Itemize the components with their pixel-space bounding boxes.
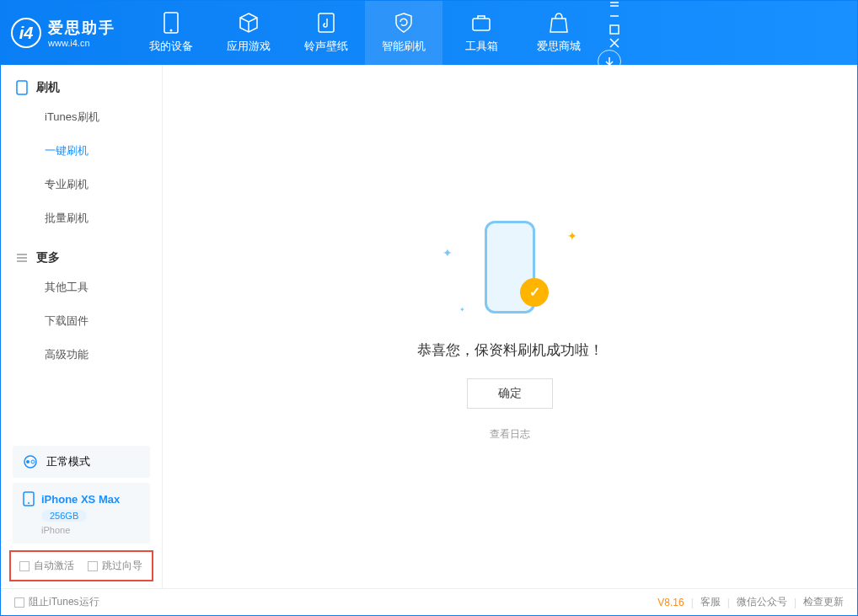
- device-name: iPhone XS Max: [41, 493, 120, 506]
- minimize-button[interactable]: [608, 9, 621, 23]
- sidebar-section-more: 更多: [1, 250, 162, 271]
- briefcase-icon: [470, 12, 492, 34]
- device-icon: [160, 12, 182, 34]
- success-message: 恭喜您，保资料刷机成功啦！: [417, 340, 603, 360]
- device-phone-icon: [23, 491, 35, 506]
- version-label: V8.16: [657, 597, 684, 608]
- mode-icon: [23, 454, 38, 469]
- app-url: www.i4.cn: [48, 38, 115, 48]
- music-file-icon: [315, 12, 337, 34]
- device-type: iPhone: [41, 525, 70, 535]
- phone-icon: [16, 80, 28, 95]
- nav-smart-flash[interactable]: 智能刷机: [365, 1, 442, 65]
- wechat-link[interactable]: 微信公众号: [737, 595, 787, 609]
- ok-button[interactable]: 确定: [467, 378, 553, 409]
- sidebar-other-tools[interactable]: 其他工具: [1, 271, 162, 304]
- sidebar: 刷机 iTunes刷机 一键刷机 专业刷机 批量刷机 更多 其他工具 下载固件 …: [1, 65, 163, 588]
- shield-refresh-icon: [393, 12, 415, 34]
- success-illustration: ✦ ✦ ✦ ✓: [434, 212, 586, 322]
- sparkle-icon: ✦: [442, 246, 453, 260]
- status-bar: 阻止iTunes运行 V8.16 | 客服 | 微信公众号 | 检查更新: [1, 588, 857, 615]
- svg-point-12: [28, 502, 29, 504]
- maximize-button[interactable]: [608, 23, 621, 36]
- cube-icon: [238, 12, 260, 34]
- sidebar-pro-flash[interactable]: 专业刷机: [1, 168, 162, 201]
- nav-toolbox[interactable]: 工具箱: [442, 1, 520, 65]
- list-icon: [16, 252, 28, 264]
- mode-box[interactable]: 正常模式: [13, 446, 150, 478]
- svg-point-10: [31, 460, 35, 463]
- main-nav: 我的设备 应用游戏 铃声壁纸 智能刷机 工具箱 爱思商城: [132, 1, 598, 65]
- highlighted-options: 自动激活 跳过向导: [9, 550, 153, 581]
- svg-point-1: [170, 29, 173, 32]
- block-itunes-checkbox[interactable]: 阻止iTunes运行: [14, 595, 99, 609]
- skip-guide-checkbox[interactable]: 跳过向导: [88, 559, 142, 573]
- title-bar: i4 爱思助手 www.i4.cn 我的设备 应用游戏 铃声壁纸 智能刷机: [1, 1, 857, 65]
- support-link[interactable]: 客服: [700, 595, 721, 609]
- close-button[interactable]: [608, 36, 621, 50]
- nav-apps[interactable]: 应用游戏: [210, 1, 287, 65]
- svg-rect-2: [319, 13, 334, 32]
- app-name: 爱思助手: [48, 18, 115, 38]
- nav-my-device[interactable]: 我的设备: [132, 1, 210, 65]
- sidebar-batch-flash[interactable]: 批量刷机: [1, 201, 162, 235]
- sparkle-icon: ✦: [567, 229, 577, 243]
- sidebar-itunes-flash[interactable]: iTunes刷机: [1, 100, 162, 134]
- svg-rect-5: [610, 25, 619, 34]
- check-badge-icon: ✓: [520, 278, 549, 307]
- sidebar-download-firmware[interactable]: 下载固件: [1, 304, 162, 338]
- nav-ringtones[interactable]: 铃声壁纸: [287, 1, 365, 65]
- svg-rect-7: [17, 81, 27, 94]
- sparkle-icon: ✦: [459, 306, 465, 313]
- auto-activate-checkbox[interactable]: 自动激活: [19, 559, 74, 573]
- bag-icon: [548, 12, 570, 34]
- menu-icon[interactable]: [608, 0, 621, 9]
- device-box[interactable]: iPhone XS Max 256GB iPhone: [13, 483, 150, 544]
- app-logo: i4 爱思助手 www.i4.cn: [11, 18, 115, 48]
- sidebar-advanced[interactable]: 高级功能: [1, 338, 162, 372]
- main-content: ✦ ✦ ✦ ✓ 恭喜您，保资料刷机成功啦！ 确定 查看日志: [163, 65, 857, 588]
- check-update-link[interactable]: 检查更新: [803, 595, 844, 609]
- svg-rect-3: [473, 19, 490, 30]
- sidebar-one-click-flash[interactable]: 一键刷机: [1, 134, 162, 168]
- view-log-link[interactable]: 查看日志: [490, 427, 530, 442]
- logo-icon: i4: [11, 18, 41, 48]
- mode-label: 正常模式: [46, 454, 90, 469]
- svg-point-9: [26, 460, 29, 463]
- sidebar-section-flash: 刷机: [1, 80, 162, 100]
- nav-store[interactable]: 爱思商城: [520, 1, 598, 65]
- device-storage: 256GB: [41, 510, 87, 522]
